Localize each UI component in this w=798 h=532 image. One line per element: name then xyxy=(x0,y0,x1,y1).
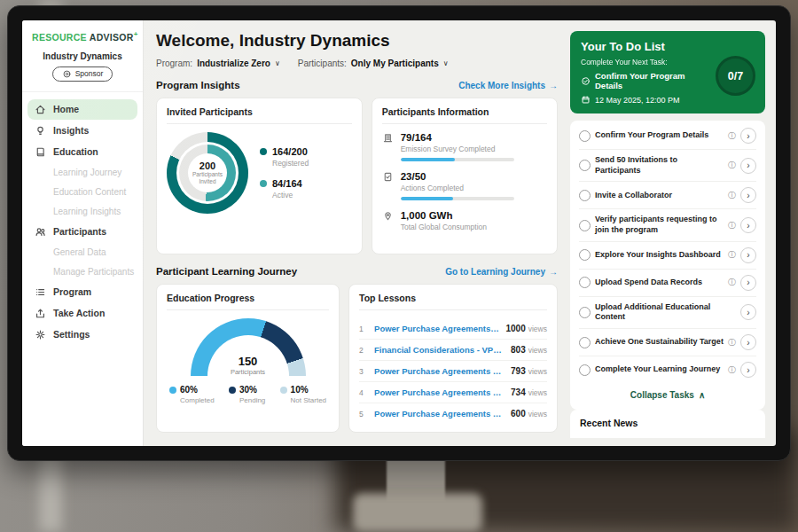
check-more-insights-link[interactable]: Check More Insights → xyxy=(458,81,558,90)
chevron-right-icon[interactable]: › xyxy=(740,128,756,144)
info-icon[interactable]: ⓘ xyxy=(728,249,736,261)
sponsor-badge-label: Sponsor xyxy=(75,69,104,78)
chevron-up-icon: ∧ xyxy=(699,390,705,400)
task-checkbox[interactable] xyxy=(579,130,591,142)
app-logo: RESOURCE ADVISOR+ xyxy=(22,28,143,49)
lesson-row[interactable]: 5 Power Purchase Agreements 103 600views xyxy=(359,403,547,424)
main-content: Welcome, Industry Dynamics Program: Indu… xyxy=(144,20,570,446)
lesson-views: 734 xyxy=(511,387,526,397)
participants-filter-value: Only My Participants xyxy=(351,59,439,68)
sidebar-item-settings[interactable]: Settings xyxy=(27,325,137,345)
home-icon xyxy=(35,104,46,115)
logo-primary: RESOURCE xyxy=(32,32,87,43)
task-checkbox[interactable] xyxy=(579,277,591,288)
task-row[interactable]: Invite a Collaborator ⓘ › xyxy=(579,182,756,209)
sidebar-item-education[interactable]: Education xyxy=(27,142,137,162)
task-checkbox[interactable] xyxy=(579,337,591,348)
todo-next-task-label: Confirm Your Program Details xyxy=(595,71,714,90)
participants-filter[interactable]: Participants: Only My Participants ∨ xyxy=(298,59,449,68)
donut-center-caption: Participants Invited xyxy=(190,171,225,185)
sidebar-item-take-action[interactable]: Take Action xyxy=(27,303,137,324)
sidebar-item-learning-journey[interactable]: Learning Journey xyxy=(27,163,137,182)
lesson-row[interactable]: 1 Power Purchase Agreements 101 1000view… xyxy=(359,318,547,340)
chevron-right-icon[interactable]: › xyxy=(740,304,756,320)
sidebar-item-program[interactable]: Program xyxy=(27,282,137,302)
lesson-link[interactable]: Power Purchase Agreements 101 xyxy=(374,324,499,333)
task-row[interactable]: Achieve One Sustainability Target ⓘ › xyxy=(579,329,756,356)
lesson-row[interactable]: 4 Power Purchase Agreements 102 734views xyxy=(359,382,547,403)
info-icon[interactable]: ⓘ xyxy=(728,364,736,376)
legend-dot xyxy=(260,148,267,155)
people-icon xyxy=(35,226,46,238)
sidebar-item-learning-insights[interactable]: Learning Insights xyxy=(27,202,137,221)
clipboard-check-icon xyxy=(382,171,394,183)
arrow-right-icon: → xyxy=(549,267,558,277)
chevron-right-icon[interactable]: › xyxy=(740,334,756,350)
lesson-link[interactable]: Financial Considerations - VPPAs xyxy=(374,345,505,355)
collapse-tasks-button[interactable]: Collapse Tasks ∧ xyxy=(579,383,756,408)
info-icon[interactable]: ⓘ xyxy=(728,277,736,288)
task-checkbox[interactable] xyxy=(579,249,591,261)
link-label: Go to Learning Journey xyxy=(445,267,545,277)
task-checkbox[interactable] xyxy=(579,220,591,231)
sidebar-item-general-data[interactable]: General Data xyxy=(27,243,137,262)
sidebar-item-label: Learning Insights xyxy=(53,207,121,216)
legend-value: 164/200 xyxy=(272,146,309,157)
sponsor-badge[interactable]: Sponsor xyxy=(52,66,113,82)
org-name: Industry Dynamics xyxy=(27,51,137,61)
todo-next-task[interactable]: Confirm Your Program Details xyxy=(581,71,714,90)
task-row[interactable]: Send 50 Invitations to Participants ⓘ › xyxy=(579,150,756,182)
chevron-right-icon[interactable]: › xyxy=(740,187,756,203)
chevron-right-icon[interactable]: › xyxy=(740,217,756,233)
lesson-row[interactable]: 3 Power Purchase Agreements 101 793views xyxy=(359,361,547,382)
lesson-link[interactable]: Power Purchase Agreements 101 xyxy=(374,366,505,376)
chevron-right-icon[interactable]: › xyxy=(740,362,756,378)
sidebar-item-manage-participants[interactable]: Manage Participants xyxy=(27,262,137,281)
task-label: Upload Spend Data Records xyxy=(595,278,724,288)
collapse-label: Collapse Tasks xyxy=(630,390,694,400)
lesson-views: 793 xyxy=(511,366,526,376)
task-checkbox[interactable] xyxy=(579,364,591,376)
sidebar-item-education-content[interactable]: Education Content xyxy=(27,183,137,201)
lesson-link[interactable]: Power Purchase Agreements 103 xyxy=(374,409,505,419)
lesson-row[interactable]: 2 Financial Considerations - VPPAs 803vi… xyxy=(359,340,547,361)
sidebar-item-label: Education Content xyxy=(53,187,126,197)
program-filter[interactable]: Program: Industrialize Zero ∨ xyxy=(156,59,280,68)
info-icon[interactable]: ⓘ xyxy=(728,220,736,231)
task-checkbox[interactable] xyxy=(579,190,591,201)
lesson-link[interactable]: Power Purchase Agreements 102 xyxy=(374,387,505,397)
invited-donut-inner: 200 Participants Invited xyxy=(179,145,236,201)
stat-value: 1,000 GWh xyxy=(401,210,487,221)
sidebar-item-participants[interactable]: Participants xyxy=(27,222,137,242)
task-checkbox[interactable] xyxy=(579,307,591,318)
chevron-right-icon[interactable]: › xyxy=(740,158,756,174)
info-icon[interactable]: ⓘ xyxy=(728,160,736,171)
chevron-right-icon[interactable]: › xyxy=(740,275,756,291)
screen: RESOURCE ADVISOR+ Industry Dynamics Spon… xyxy=(22,20,776,446)
invited-participants-card: Invited Participants 200 Participants In… xyxy=(156,98,363,254)
task-row[interactable]: Upload Additional Educational Content › xyxy=(579,297,756,329)
info-icon[interactable]: ⓘ xyxy=(728,190,736,201)
info-icon[interactable]: ⓘ xyxy=(728,337,736,348)
chevron-right-icon[interactable]: › xyxy=(740,247,756,263)
task-row[interactable]: Complete Your Learning Journey ⓘ › xyxy=(579,356,756,383)
task-checkbox[interactable] xyxy=(579,160,591,171)
task-row[interactable]: Verify participants requesting to join t… xyxy=(579,209,756,241)
task-label: Complete Your Learning Journey xyxy=(595,364,724,375)
go-to-learning-journey-link[interactable]: Go to Learning Journey → xyxy=(445,267,558,277)
legend-item-registered: 164/200 Registered xyxy=(260,146,309,168)
task-row[interactable]: Upload Spend Data Records ⓘ › xyxy=(579,270,756,297)
sidebar-item-home[interactable]: Home xyxy=(27,99,137,120)
lesson-rank: 3 xyxy=(359,367,368,376)
progress-track xyxy=(401,158,514,161)
monitor-stand-base xyxy=(353,493,482,532)
task-row[interactable]: Explore Your Insights Dashboard ⓘ › xyxy=(579,242,756,270)
info-icon[interactable]: ⓘ xyxy=(728,130,736,142)
participants-information-card: Participants Information 79/164 Emission… xyxy=(372,98,558,254)
learning-journey-header: Participant Learning Journey Go to Learn… xyxy=(156,266,558,277)
legend-pct: 60% xyxy=(180,385,198,395)
task-row[interactable]: Confirm Your Program Details ⓘ › xyxy=(579,122,756,150)
todo-panel: Your To Do List Complete Your Next Task:… xyxy=(570,20,776,446)
sidebar-item-insights[interactable]: Insights xyxy=(27,121,137,141)
progress-fill xyxy=(401,197,453,200)
